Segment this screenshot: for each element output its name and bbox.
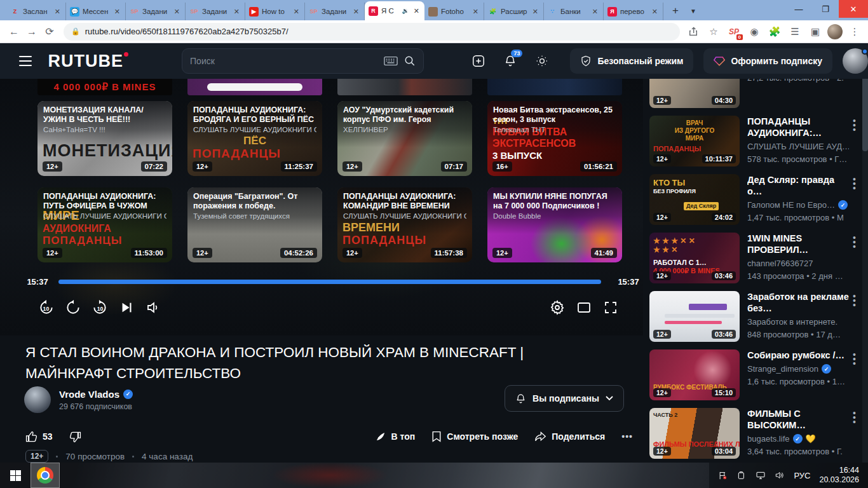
recommended-video-item[interactable]: ★ ★ ★ ✕ ✕★ ★ ✕РАБОТАЛ С 1…4 000 000₽ В M… (649, 233, 859, 283)
browser-profile-avatar[interactable] (827, 24, 843, 39)
bookmark-star-icon[interactable]: ☆ (705, 24, 722, 40)
browser-tab[interactable]: R Я С 🔉 ✕ (365, 1, 424, 20)
language-indicator[interactable]: РУС (794, 471, 810, 480)
puzzle-extensions-icon[interactable]: 🧩 (766, 24, 783, 40)
recommended-video-item[interactable]: ЧАСТЬ 2ФИЛЬМЫ ПОСЛЕДНИХ ЛЕТ 12+ 03:04 ФИ… (649, 408, 859, 459)
back-button[interactable]: ← (5, 23, 23, 41)
keyboard-icon[interactable] (384, 56, 398, 66)
address-bar[interactable]: 🔒 rutube.ru/video/650f181119767620ab2a42… (64, 23, 680, 41)
subscribed-button[interactable]: Вы подписаны (505, 385, 624, 412)
page-scrollbar[interactable] (862, 43, 868, 463)
buy-subscription-button[interactable]: Оформить подписку (703, 48, 832, 74)
endscreen-video-tile[interactable]: МЫ КУПИЛИ НЯНЕ ПОПУГАЯ на 7 000 000 Подп… (487, 187, 622, 262)
menu-hamburger-icon[interactable] (19, 53, 32, 69)
miniplayer-icon[interactable] (571, 294, 597, 321)
progress-bar[interactable] (58, 280, 601, 284)
new-tab-button[interactable]: + (667, 3, 684, 19)
browser-tab[interactable]: SP Задани ✕ (305, 3, 365, 20)
reading-list-icon[interactable]: ☰ (787, 24, 803, 40)
tab-close-icon[interactable]: ✕ (651, 8, 659, 16)
tab-close-icon[interactable]: ✕ (292, 8, 301, 16)
video-player[interactable]: 4 000 000₽ В MINES МОНЕТИЗАЦИЯ МОНЕТИЗАЦ… (0, 79, 643, 336)
forward-10-button[interactable]: 10 (86, 294, 113, 321)
theme-toggle-icon[interactable] (529, 48, 555, 74)
sp-extension-icon[interactable]: SP0 (726, 24, 742, 40)
fullscreen-icon[interactable] (597, 294, 624, 321)
safe-mode-button[interactable]: Безопасный режим (570, 48, 693, 74)
tray-network-icon[interactable] (756, 471, 766, 480)
replay-button[interactable] (60, 294, 86, 321)
tab-close-icon[interactable]: ✕ (352, 8, 360, 16)
recommended-video-item[interactable]: 12+ 03:46 Заработок на рекламе без… Зара… (649, 291, 859, 342)
to-top-button[interactable]: В топ (375, 431, 416, 442)
recommended-video-item[interactable]: 12+ 04:30 Дмитрий Кондратьев… ✓ 💛 27,2 т… (649, 79, 859, 108)
channel-avatar[interactable] (24, 386, 51, 413)
browser-tab[interactable]: SP Задани ✕ (186, 3, 245, 20)
reload-button[interactable]: ⟳ (41, 23, 58, 41)
tab-close-icon[interactable]: ✕ (471, 8, 480, 16)
tab-close-icon[interactable]: ✕ (233, 8, 241, 16)
tab-close-icon[interactable]: ✕ (591, 8, 599, 16)
search-input[interactable]: Поиск (182, 48, 424, 74)
forward-button[interactable]: → (23, 23, 41, 41)
cutoff-thumbnail[interactable] (487, 79, 622, 95)
volume-button[interactable] (140, 294, 166, 321)
item-kebab-menu-icon[interactable]: ••• (850, 294, 859, 308)
item-kebab-menu-icon[interactable]: ••• (850, 410, 859, 425)
rewind-10-button[interactable]: 10 (33, 294, 60, 321)
browser-menu-icon[interactable]: ⋮ (846, 24, 863, 40)
next-video-button[interactable] (113, 294, 140, 321)
search-icon[interactable] (404, 55, 416, 67)
browser-tab[interactable]: Fotoho ✕ (424, 3, 484, 20)
start-button[interactable] (0, 463, 31, 488)
tab-close-icon[interactable]: ✕ (113, 8, 121, 16)
window-maximize-button[interactable]: ❐ (812, 0, 839, 18)
browser-tab[interactable]: Я перево ✕ (604, 3, 663, 20)
more-actions-button[interactable]: ••• (621, 431, 633, 442)
tab-close-icon[interactable]: ✕ (531, 8, 539, 16)
cutoff-thumbnail[interactable] (187, 79, 322, 95)
taskbar-chrome-icon[interactable] (31, 463, 60, 488)
tab-close-icon[interactable]: ✕ (53, 8, 62, 16)
browser-tab[interactable]: 🧩 Расшир ✕ (484, 3, 544, 20)
like-button[interactable]: 53 (25, 431, 53, 443)
endscreen-video-tile[interactable]: МОНЕТИЗАЦИЯ МОНЕТИЗАЦИЯ КАНАЛА/ УЖИН В Ч… (37, 101, 172, 176)
item-kebab-menu-icon[interactable]: ••• (850, 118, 859, 133)
recommended-thumbnail[interactable]: РУМБОКС ФЕСТИВАЛЬ 12+ 15:10 (649, 349, 740, 400)
share-button[interactable]: Поделиться (534, 431, 605, 442)
watch-later-button[interactable]: Смотреть позже (431, 431, 518, 442)
browser-tab[interactable]: ▶ How to ✕ (245, 3, 305, 20)
tray-battery-icon[interactable] (736, 471, 747, 480)
recommended-video-item[interactable]: ВРАЧИЗ ДРУГОГОМИРАПОПАДАНЦЫ 12+ 10:11:37… (649, 116, 859, 166)
channel-name[interactable]: Vrode Vlados ✓ (59, 389, 133, 400)
endscreen-video-tile[interactable]: ПЁСПОПАДАНЦЫ ПОПАДАНЦЫ АУДИОКНИГА: БРОДЯ… (187, 101, 322, 176)
user-avatar[interactable] (843, 48, 868, 74)
endscreen-video-tile[interactable]: АОУ "Удмуртский кадетский корпус ПФО им.… (337, 101, 472, 176)
recommended-video-item[interactable]: КТО ТЫБЕЗ ПРОФИЛЯДед Скляр 12+ 24:02 Дед… (649, 174, 859, 225)
cutoff-thumbnail[interactable] (337, 79, 472, 95)
browser-tab[interactable]: SP Задани ✕ (126, 3, 186, 20)
recommended-thumbnail[interactable]: ★ ★ ★ ✕ ✕★ ★ ✕РАБОТАЛ С 1…4 000 000₽ В M… (649, 233, 740, 283)
tab-search-chevron-icon[interactable]: ▼ (686, 4, 700, 18)
tray-volume-icon[interactable] (775, 471, 785, 480)
item-kebab-menu-icon[interactable]: ••• (850, 352, 859, 367)
item-kebab-menu-icon[interactable]: ••• (850, 177, 859, 191)
window-close-button[interactable]: ✕ (839, 0, 868, 18)
recommended-thumbnail[interactable]: КТО ТЫБЕЗ ПРОФИЛЯДед Скляр 12+ 24:02 (649, 174, 740, 225)
recommended-thumbnail[interactable]: 12+ 03:46 (649, 291, 740, 342)
extension-icon[interactable]: ◉ (746, 24, 763, 40)
notifications-bell-icon[interactable]: 73 (498, 48, 523, 74)
share-icon[interactable] (685, 24, 702, 40)
cutoff-thumbnail[interactable]: 4 000 000₽ В MINES (37, 79, 172, 95)
browser-tab[interactable]: Z Заслан ✕ (6, 3, 66, 20)
endscreen-video-tile[interactable]: ВРЕМЕНИПОПАДАНЦЫ ПОПАДАНЦЫ АУДИОКНИГА: К… (337, 187, 472, 262)
recommended-thumbnail[interactable]: ВРАЧИЗ ДРУГОГОМИРАПОПАДАНЦЫ 12+ 10:11:37 (649, 116, 740, 166)
tab-close-icon[interactable]: ✕ (173, 8, 181, 16)
item-kebab-menu-icon[interactable]: ••• (850, 235, 859, 250)
dislike-button[interactable] (69, 431, 81, 443)
endscreen-video-tile[interactable]: ТНТНОВАЯ БИТВАЭКСТРАСЕНСОВ3 ВЫПУСК Новая… (487, 101, 622, 176)
rutube-logo[interactable]: RUTUBE (48, 51, 124, 71)
endscreen-video-tile[interactable]: Операция "Багратион". От поражения к поб… (187, 187, 322, 262)
window-minimize-button[interactable]: — (785, 0, 812, 18)
endscreen-video-tile[interactable]: МИРЕАУДИОКНИГАПОПАДАНЦЫ ПОПАДАНЦЫ АУДИОК… (37, 187, 172, 262)
